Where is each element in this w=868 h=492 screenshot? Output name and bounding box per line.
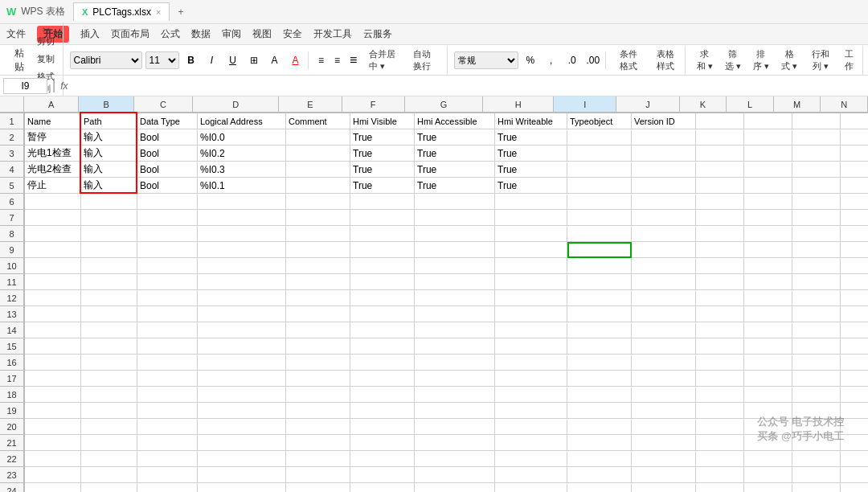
cell-L9[interactable] bbox=[744, 242, 792, 258]
cell-B12[interactable] bbox=[81, 290, 137, 306]
row-header-18[interactable]: 18 bbox=[0, 387, 24, 403]
cell-L11[interactable] bbox=[744, 274, 792, 290]
cell-J14[interactable] bbox=[632, 322, 696, 338]
cell-C24[interactable] bbox=[137, 483, 198, 492]
menu-page-layout[interactable]: 页面布局 bbox=[111, 27, 149, 41]
cell-G9[interactable] bbox=[415, 242, 495, 258]
cell-B13[interactable] bbox=[81, 306, 137, 322]
paste-button[interactable]: 粘贴 bbox=[8, 44, 30, 76]
cell-F8[interactable] bbox=[350, 226, 415, 242]
row-header-4[interactable]: 4 bbox=[0, 162, 24, 178]
cell-M24[interactable] bbox=[792, 483, 841, 492]
cell-D10[interactable] bbox=[198, 258, 286, 274]
cell-M14[interactable] bbox=[792, 322, 841, 338]
cell-K18[interactable] bbox=[696, 387, 744, 403]
cell-E16[interactable] bbox=[286, 355, 350, 371]
cell-G2[interactable]: True bbox=[415, 129, 495, 146]
cell-J21[interactable] bbox=[632, 435, 696, 451]
cell-E17[interactable] bbox=[286, 371, 350, 387]
font-name-select[interactable]: Calibri bbox=[70, 51, 142, 69]
cell-A18[interactable] bbox=[25, 387, 81, 403]
row-header-7[interactable]: 7 bbox=[0, 210, 24, 226]
cell-D13[interactable] bbox=[198, 306, 286, 322]
cell-M4[interactable] bbox=[792, 162, 841, 178]
menu-data[interactable]: 数据 bbox=[191, 27, 211, 41]
cell-K22[interactable] bbox=[696, 451, 744, 467]
cell-B8[interactable] bbox=[81, 226, 137, 242]
cell-C11[interactable] bbox=[137, 274, 198, 290]
increase-decimal-button[interactable]: .0 bbox=[563, 51, 581, 69]
cell-M6[interactable] bbox=[792, 194, 841, 210]
col-header-F[interactable]: F bbox=[342, 96, 405, 113]
cell-F19[interactable] bbox=[350, 403, 415, 419]
cell-L2[interactable] bbox=[744, 129, 792, 146]
cell-A19[interactable] bbox=[25, 403, 81, 419]
cell-J2[interactable] bbox=[632, 129, 696, 146]
tab-close-button[interactable]: × bbox=[156, 7, 161, 17]
row-header-19[interactable]: 19 bbox=[0, 403, 24, 419]
cell-F12[interactable] bbox=[350, 290, 415, 306]
cell-M3[interactable] bbox=[792, 146, 841, 162]
cell-E12[interactable] bbox=[286, 290, 350, 306]
cell-H4[interactable]: True bbox=[495, 162, 567, 178]
col-header-N[interactable]: N bbox=[821, 96, 868, 113]
cell-F11[interactable] bbox=[350, 274, 415, 290]
row-header-3[interactable]: 3 bbox=[0, 146, 24, 162]
cell-K8[interactable] bbox=[696, 226, 744, 242]
table-format-button[interactable]: 表格样式 bbox=[649, 46, 682, 75]
align-right-button[interactable]: ≡ bbox=[347, 51, 360, 69]
cell-F24[interactable] bbox=[350, 483, 415, 492]
cell-N22[interactable] bbox=[841, 451, 868, 467]
cell-K4[interactable] bbox=[696, 162, 744, 178]
formula-input[interactable] bbox=[73, 78, 866, 94]
cell-H20[interactable] bbox=[495, 419, 567, 435]
row-header-15[interactable]: 15 bbox=[0, 338, 24, 355]
wrap-text-button[interactable]: 自动换行 bbox=[407, 46, 444, 75]
cell-K10[interactable] bbox=[696, 258, 744, 274]
cell-B21[interactable] bbox=[81, 435, 137, 451]
cell-B7[interactable] bbox=[81, 210, 137, 226]
cell-F4[interactable]: True bbox=[350, 162, 415, 178]
cell-K3[interactable] bbox=[696, 146, 744, 162]
cell-B17[interactable] bbox=[81, 371, 137, 387]
menu-review[interactable]: 审阅 bbox=[222, 27, 241, 41]
cell-C5[interactable]: Bool bbox=[137, 178, 198, 194]
cell-E10[interactable] bbox=[286, 258, 350, 274]
cell-K2[interactable] bbox=[696, 129, 744, 146]
cell-H6[interactable] bbox=[495, 194, 567, 210]
row-header-14[interactable]: 14 bbox=[0, 322, 24, 338]
col-header-E[interactable]: E bbox=[279, 96, 342, 113]
cell-G20[interactable] bbox=[415, 419, 495, 435]
cell-C14[interactable] bbox=[137, 322, 198, 338]
cell-N12[interactable] bbox=[841, 290, 868, 306]
cell-J11[interactable] bbox=[632, 274, 696, 290]
cell-B3[interactable]: 输入 bbox=[81, 146, 137, 162]
cell-L4[interactable] bbox=[744, 162, 792, 178]
cell-N4[interactable] bbox=[841, 162, 868, 178]
menu-cloud[interactable]: 云服务 bbox=[363, 27, 392, 41]
cell-B6[interactable] bbox=[81, 194, 137, 210]
cell-B22[interactable] bbox=[81, 451, 137, 467]
cell-E1[interactable]: Comment bbox=[286, 113, 350, 129]
cell-A5[interactable]: 停止 bbox=[25, 178, 81, 194]
cell-E5[interactable] bbox=[286, 178, 350, 194]
row-header-8[interactable]: 8 bbox=[0, 226, 24, 242]
cell-M1[interactable] bbox=[792, 113, 841, 129]
cell-F13[interactable] bbox=[350, 306, 415, 322]
cell-B19[interactable] bbox=[81, 403, 137, 419]
cell-D22[interactable] bbox=[198, 451, 286, 467]
cell-D21[interactable] bbox=[198, 435, 286, 451]
cell-G7[interactable] bbox=[415, 210, 495, 226]
cell-I23[interactable] bbox=[567, 467, 632, 483]
cell-N10[interactable] bbox=[841, 258, 868, 274]
cell-B18[interactable] bbox=[81, 387, 137, 403]
cell-I17[interactable] bbox=[567, 371, 632, 387]
cell-H11[interactable] bbox=[495, 274, 567, 290]
cell-C23[interactable] bbox=[137, 467, 198, 483]
cell-N16[interactable] bbox=[841, 355, 868, 371]
cell-D9[interactable] bbox=[198, 242, 286, 258]
cell-E19[interactable] bbox=[286, 403, 350, 419]
cell-H14[interactable] bbox=[495, 322, 567, 338]
cell-F14[interactable] bbox=[350, 322, 415, 338]
cell-E6[interactable] bbox=[286, 194, 350, 210]
